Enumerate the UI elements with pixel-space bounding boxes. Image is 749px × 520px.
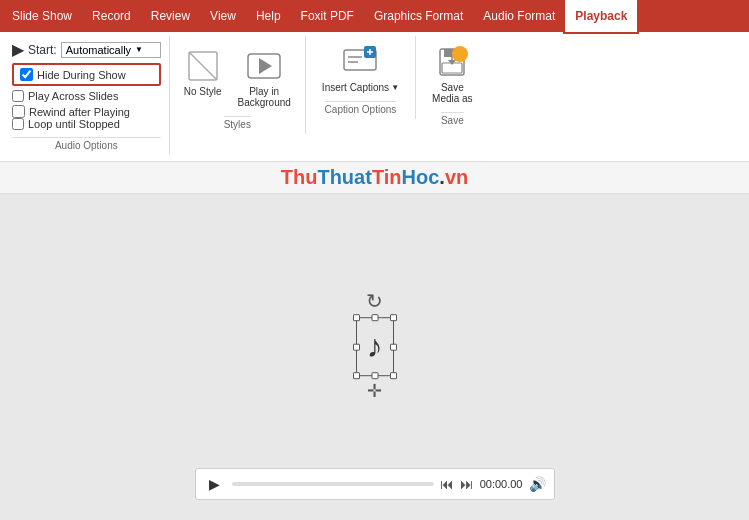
save-group: SaveMedia as Save (416, 36, 489, 130)
play-icon: ▶ (12, 40, 24, 59)
rewind-icon[interactable]: ⏮ (440, 476, 454, 492)
styles-label: Styles (224, 116, 251, 130)
styles-group: No Style Play inBackground Styles (170, 36, 306, 134)
move-handle-icon[interactable]: ✛ (367, 380, 382, 402)
caption-group: Insert Captions ▼ Caption Options (306, 36, 416, 119)
rewind-after-playing-checkbox[interactable] (12, 105, 25, 118)
caption-dropdown-arrow-icon: ▼ (391, 83, 399, 92)
menu-item-foxit-pdf[interactable]: Foxit PDF (291, 0, 364, 32)
menu-item-review[interactable]: Review (141, 0, 200, 32)
play-in-background-icon (246, 48, 282, 84)
ribbon-content: ▶ Start: Automatically ▼ Hide During Sho… (0, 32, 749, 161)
volume-icon[interactable]: 🔊 (529, 476, 546, 492)
insert-captions-label: Insert Captions ▼ (322, 82, 399, 93)
slide-area: ↻ ♪ ✛ ▶ ⏮ ⏭ 00:00.00 🔊 (0, 194, 749, 520)
handle-top-right[interactable] (390, 314, 397, 321)
svg-marker-3 (259, 58, 272, 74)
dropdown-arrow-icon: ▼ (135, 45, 143, 54)
music-note-icon: ♪ (367, 328, 383, 365)
audio-options-label: Audio Options (12, 137, 161, 151)
insert-captions-icon (342, 44, 378, 80)
handle-middle-left[interactable] (353, 343, 360, 350)
no-style-label: No Style (184, 86, 222, 97)
svg-line-1 (189, 52, 217, 80)
caption-options-label: Caption Options (325, 101, 397, 115)
handle-top-center[interactable] (371, 314, 378, 321)
handle-middle-right[interactable] (390, 343, 397, 350)
menu-item-record[interactable]: Record (82, 0, 141, 32)
menu-item-graphics-format[interactable]: Graphics Format (364, 0, 473, 32)
start-label: Start: (28, 43, 57, 57)
menu-item-help[interactable]: Help (246, 0, 291, 32)
save-media-as-button[interactable]: SaveMedia as (424, 40, 481, 108)
loop-until-stopped-checkbox[interactable] (12, 118, 24, 130)
audio-element[interactable]: ↻ ♪ ✛ (356, 289, 394, 402)
watermark-text: ThuThuatTinHoc.vn (281, 166, 468, 189)
no-style-icon (185, 48, 221, 84)
menu-bar: Slide Show Record Review View Help Foxit… (0, 0, 749, 32)
ribbon: ▶ Start: Automatically ▼ Hide During Sho… (0, 32, 749, 162)
loop-until-stopped-label: Loop until Stopped (28, 118, 120, 130)
play-in-background-button[interactable]: Play inBackground (231, 44, 296, 112)
forward-icon[interactable]: ⏭ (460, 476, 474, 492)
save-media-as-icon (434, 44, 470, 80)
play-pause-button[interactable]: ▶ (204, 473, 226, 495)
menu-item-playback[interactable]: Playback (565, 0, 637, 32)
handle-bottom-right[interactable] (390, 372, 397, 379)
rotate-handle-icon[interactable]: ↻ (366, 289, 383, 313)
play-across-slides-label: Play Across Slides (28, 90, 118, 102)
menu-item-view[interactable]: View (200, 0, 246, 32)
menu-item-audio-format[interactable]: Audio Format (473, 0, 565, 32)
menu-item-slide-show[interactable]: Slide Show (2, 0, 82, 32)
rewind-after-playing-label: Rewind after Playing (29, 106, 130, 118)
progress-bar[interactable] (232, 482, 434, 486)
handle-bottom-left[interactable] (353, 372, 360, 379)
play-across-slides-row: Play Across Slides (12, 90, 161, 102)
start-dropdown-value: Automatically (66, 44, 131, 56)
watermark-bar: ThuThuatTinHoc.vn (0, 162, 749, 194)
audio-options-group: ▶ Start: Automatically ▼ Hide During Sho… (4, 36, 170, 155)
start-row: ▶ Start: Automatically ▼ (12, 40, 161, 59)
styles-buttons: No Style Play inBackground (178, 40, 297, 112)
handle-top-left[interactable] (353, 314, 360, 321)
time-display: 00:00.00 (480, 478, 523, 490)
save-label: Save (441, 112, 464, 126)
rewind-after-playing-row: Rewind after Playing (12, 105, 161, 118)
hide-during-show-box: Hide During Show (12, 63, 161, 86)
selection-box: ♪ (356, 317, 394, 376)
insert-captions-button[interactable]: Insert Captions ▼ (314, 40, 407, 97)
hide-during-show-label: Hide During Show (37, 69, 126, 81)
start-dropdown[interactable]: Automatically ▼ (61, 42, 161, 58)
playback-bar: ▶ ⏮ ⏭ 00:00.00 🔊 (195, 468, 555, 500)
handle-bottom-center[interactable] (371, 372, 378, 379)
save-media-as-label: SaveMedia as (432, 82, 473, 104)
hide-during-show-checkbox[interactable] (20, 68, 33, 81)
play-across-slides-checkbox[interactable] (12, 90, 24, 102)
loop-until-stopped-row: Loop until Stopped (12, 118, 161, 130)
no-style-button[interactable]: No Style (178, 44, 228, 101)
play-in-background-label: Play inBackground (237, 86, 290, 108)
